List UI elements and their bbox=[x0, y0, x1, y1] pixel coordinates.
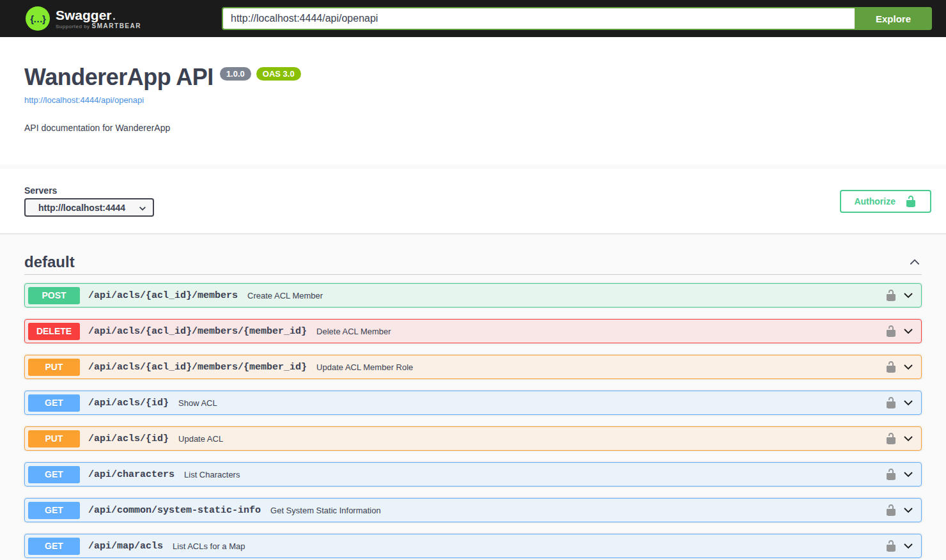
endpoint-summary: Create ACL Member bbox=[247, 291, 323, 300]
logo-title: Swagger bbox=[56, 8, 141, 22]
chevron-down-icon[interactable] bbox=[902, 396, 915, 409]
operation-row[interactable]: DELETE /api/acls/{acl_id}/members/{membe… bbox=[24, 319, 922, 343]
endpoint-path: /api/acls/{id} bbox=[88, 398, 169, 408]
auth-lock-button[interactable] bbox=[885, 289, 897, 302]
oas-badge: OAS 3.0 bbox=[256, 67, 301, 81]
explore-button[interactable]: Explore bbox=[855, 7, 932, 30]
servers-select[interactable]: http://localhost:4444 bbox=[24, 198, 154, 217]
unlock-icon bbox=[885, 540, 897, 552]
chevron-up-icon[interactable] bbox=[908, 255, 922, 269]
method-badge: GET bbox=[28, 538, 80, 555]
chevron-down-icon[interactable] bbox=[902, 289, 915, 302]
download-url-wrapper: Explore bbox=[222, 7, 932, 30]
servers-block: Servers http://localhost:4444 bbox=[24, 185, 154, 217]
unlock-icon bbox=[885, 432, 897, 445]
endpoint-summary: List Characters bbox=[184, 470, 240, 479]
chevron-down-icon[interactable] bbox=[902, 540, 915, 552]
endpoint-path: /api/acls/{acl_id}/members/{member_id} bbox=[88, 326, 307, 337]
spec-url-input[interactable] bbox=[222, 7, 855, 30]
unlock-icon bbox=[885, 325, 897, 338]
auth-lock-button[interactable] bbox=[885, 504, 897, 517]
endpoint-path: /api/map/acls bbox=[88, 541, 163, 552]
endpoint-summary: Get System Static Information bbox=[270, 506, 381, 515]
logo-trademark-dot bbox=[113, 18, 115, 20]
endpoint-summary: Delete ACL Member bbox=[316, 327, 391, 336]
endpoint-summary: Update ACL bbox=[178, 434, 223, 444]
authorize-button[interactable]: Authorize bbox=[840, 190, 931, 213]
smartbear-wordmark: SMARTBEAR bbox=[92, 22, 141, 29]
auth-lock-button[interactable] bbox=[885, 468, 897, 481]
unlock-icon bbox=[885, 289, 897, 302]
server-value: http://localhost:4444 bbox=[38, 203, 125, 213]
endpoint-summary: List ACLs for a Map bbox=[173, 541, 245, 551]
authorize-label: Authorize bbox=[854, 196, 896, 206]
endpoint-path: /api/characters bbox=[88, 469, 174, 480]
page-title: WandererApp API bbox=[24, 65, 213, 89]
operation-row[interactable]: PUT /api/acls/{acl_id}/members/{member_i… bbox=[24, 355, 922, 379]
method-badge: PUT bbox=[28, 430, 80, 447]
operations-section: default POST /api/acls/{acl_id}/members … bbox=[0, 249, 946, 558]
endpoint-path: /api/acls/{acl_id}/members bbox=[88, 290, 238, 301]
chevron-down-icon[interactable] bbox=[902, 504, 915, 517]
tag-header-default[interactable]: default bbox=[24, 249, 922, 275]
chevron-down-icon[interactable] bbox=[902, 361, 915, 373]
chevron-down-icon bbox=[138, 204, 147, 213]
chevron-down-icon[interactable] bbox=[902, 325, 915, 338]
endpoint-path: /api/acls/{acl_id}/members/{member_id} bbox=[88, 362, 307, 373]
auth-lock-button[interactable] bbox=[885, 432, 897, 445]
endpoint-path: /api/common/system-static-info bbox=[88, 505, 261, 516]
auth-lock-button[interactable] bbox=[885, 540, 897, 552]
api-description: API documentation for WandererApp bbox=[24, 123, 922, 133]
swagger-logo[interactable]: {…} Swagger Supported bySMARTBEAR bbox=[26, 6, 141, 31]
unlock-icon bbox=[885, 504, 897, 517]
unlock-icon bbox=[885, 396, 897, 409]
version-badge: 1.0.0 bbox=[220, 67, 251, 81]
method-badge: POST bbox=[28, 287, 80, 304]
operation-row[interactable]: GET /api/characters List Characters bbox=[24, 462, 922, 486]
logo-tagline: Supported bySMARTBEAR bbox=[56, 22, 141, 29]
chevron-down-icon[interactable] bbox=[902, 432, 915, 445]
endpoint-path: /api/acls/{id} bbox=[88, 433, 169, 444]
auth-lock-button[interactable] bbox=[885, 325, 897, 338]
info-section: WandererApp API 1.0.0 OAS 3.0 http://loc… bbox=[0, 37, 946, 164]
operation-row[interactable]: GET /api/acls/{id} Show ACL bbox=[24, 391, 922, 415]
operation-row[interactable]: GET /api/common/system-static-info Get S… bbox=[24, 498, 922, 522]
method-badge: GET bbox=[28, 466, 80, 483]
unlock-icon bbox=[904, 195, 917, 208]
endpoint-summary: Update ACL Member Role bbox=[316, 362, 413, 372]
swagger-logo-icon: {…} bbox=[26, 6, 50, 31]
unlock-icon bbox=[885, 468, 897, 481]
method-badge: GET bbox=[28, 502, 80, 519]
operation-row[interactable]: POST /api/acls/{acl_id}/members Create A… bbox=[24, 283, 922, 307]
scheme-container: Servers http://localhost:4444 Authorize bbox=[0, 169, 946, 233]
unlock-icon bbox=[885, 361, 897, 373]
method-badge: DELETE bbox=[28, 323, 80, 340]
endpoint-summary: Show ACL bbox=[178, 398, 217, 408]
method-badge: PUT bbox=[28, 359, 80, 376]
chevron-down-icon[interactable] bbox=[902, 468, 915, 481]
method-badge: GET bbox=[28, 394, 80, 412]
topbar: {…} Swagger Supported bySMARTBEAR Explor… bbox=[0, 0, 946, 37]
servers-label: Servers bbox=[24, 185, 154, 196]
auth-lock-button[interactable] bbox=[885, 396, 897, 409]
auth-lock-button[interactable] bbox=[885, 361, 897, 373]
operation-row[interactable]: PUT /api/acls/{id} Update ACL bbox=[24, 426, 922, 451]
spec-url-link[interactable]: http://localhost:4444/api/openapi bbox=[24, 95, 144, 105]
tag-name: default bbox=[24, 253, 75, 271]
operation-row[interactable]: GET /api/map/acls List ACLs for a Map bbox=[24, 534, 922, 558]
